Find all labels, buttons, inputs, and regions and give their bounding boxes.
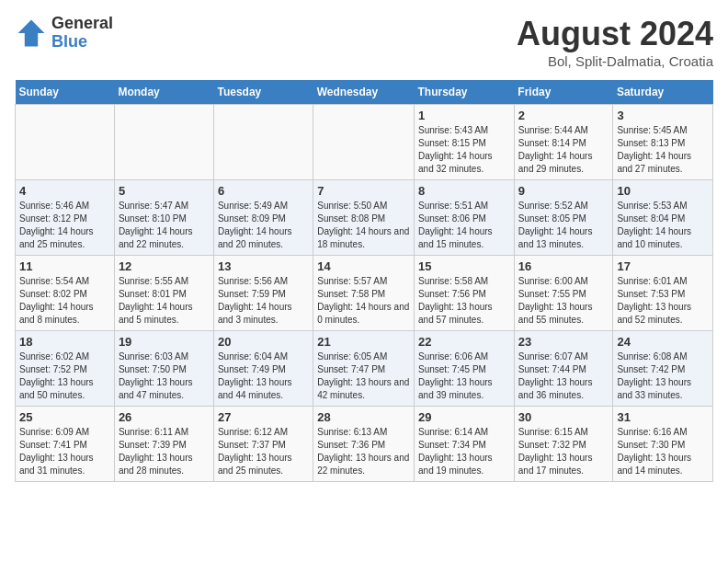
day-detail: Sunrise: 6:09 AM Sunset: 7:41 PM Dayligh… [19,426,110,477]
day-detail: Sunrise: 5:54 AM Sunset: 8:02 PM Dayligh… [19,275,110,327]
calendar-cell: 11Sunrise: 5:54 AM Sunset: 8:02 PM Dayli… [16,256,115,331]
calendar-header-row: SundayMondayTuesdayWednesdayThursdayFrid… [16,80,713,105]
calendar-week-row: 18Sunrise: 6:02 AM Sunset: 7:52 PM Dayli… [16,331,713,407]
day-number: 24 [617,335,709,349]
calendar-cell: 28Sunrise: 6:13 AM Sunset: 7:36 PM Dayli… [313,407,415,482]
day-detail: Sunrise: 5:52 AM Sunset: 8:05 PM Dayligh… [518,200,609,251]
day-number: 25 [19,410,110,424]
calendar-cell [213,105,313,180]
page-subtitle: Bol, Split-Dalmatia, Croatia [517,53,713,69]
calendar-cell [16,105,115,180]
column-header-friday: Friday [514,80,613,105]
day-number: 14 [317,259,410,273]
day-number: 5 [119,184,210,198]
svg-marker-0 [18,19,45,46]
calendar-cell: 4Sunrise: 5:46 AM Sunset: 8:12 PM Daylig… [16,180,115,256]
day-detail: Sunrise: 6:08 AM Sunset: 7:42 PM Dayligh… [617,350,709,402]
day-detail: Sunrise: 5:43 AM Sunset: 8:15 PM Dayligh… [418,124,510,176]
day-detail: Sunrise: 6:14 AM Sunset: 7:34 PM Dayligh… [418,426,510,477]
column-header-monday: Monday [114,80,213,105]
calendar-cell: 15Sunrise: 5:58 AM Sunset: 7:56 PM Dayli… [415,256,515,331]
calendar-cell: 31Sunrise: 6:16 AM Sunset: 7:30 PM Dayli… [613,407,713,482]
day-detail: Sunrise: 5:58 AM Sunset: 7:56 PM Dayligh… [418,275,510,327]
calendar-cell: 26Sunrise: 6:11 AM Sunset: 7:39 PM Dayli… [114,407,213,482]
calendar-cell: 8Sunrise: 5:51 AM Sunset: 8:06 PM Daylig… [415,180,515,256]
day-number: 15 [418,259,510,273]
calendar-week-row: 4Sunrise: 5:46 AM Sunset: 8:12 PM Daylig… [16,180,713,256]
calendar-cell: 29Sunrise: 6:14 AM Sunset: 7:34 PM Dayli… [415,407,515,482]
column-header-wednesday: Wednesday [313,80,415,105]
day-number: 4 [19,184,110,198]
day-number: 10 [617,184,709,198]
day-number: 22 [418,335,510,349]
calendar-cell: 13Sunrise: 5:56 AM Sunset: 7:59 PM Dayli… [213,256,313,331]
calendar-cell: 1Sunrise: 5:43 AM Sunset: 8:15 PM Daylig… [415,105,515,180]
day-detail: Sunrise: 6:06 AM Sunset: 7:45 PM Dayligh… [418,350,510,402]
calendar-cell [313,105,415,180]
day-number: 31 [617,410,709,424]
day-number: 28 [317,410,410,424]
calendar-cell: 27Sunrise: 6:12 AM Sunset: 7:37 PM Dayli… [213,407,313,482]
page-title: August 2024 [517,15,713,53]
day-number: 2 [518,109,609,122]
day-number: 12 [119,259,210,273]
day-detail: Sunrise: 6:12 AM Sunset: 7:37 PM Dayligh… [218,426,309,477]
day-detail: Sunrise: 6:02 AM Sunset: 7:52 PM Dayligh… [19,350,110,402]
calendar-cell: 24Sunrise: 6:08 AM Sunset: 7:42 PM Dayli… [613,331,713,407]
calendar-cell: 21Sunrise: 6:05 AM Sunset: 7:47 PM Dayli… [313,331,415,407]
day-detail: Sunrise: 5:53 AM Sunset: 8:04 PM Dayligh… [617,200,709,251]
day-detail: Sunrise: 6:15 AM Sunset: 7:32 PM Dayligh… [518,426,609,477]
page-header: General Blue August 2024 Bol, Split-Dalm… [15,15,713,69]
calendar-cell: 17Sunrise: 6:01 AM Sunset: 7:53 PM Dayli… [613,256,713,331]
day-number: 3 [617,109,709,122]
day-number: 18 [19,335,110,349]
day-number: 23 [518,335,609,349]
day-number: 9 [518,184,609,198]
day-number: 20 [218,335,309,349]
day-detail: Sunrise: 5:50 AM Sunset: 8:08 PM Dayligh… [317,200,410,251]
title-block: August 2024 Bol, Split-Dalmatia, Croatia [517,15,713,69]
day-detail: Sunrise: 6:05 AM Sunset: 7:47 PM Dayligh… [317,350,410,402]
day-detail: Sunrise: 6:04 AM Sunset: 7:49 PM Dayligh… [218,350,309,402]
calendar-cell: 18Sunrise: 6:02 AM Sunset: 7:52 PM Dayli… [16,331,115,407]
calendar-cell: 3Sunrise: 5:45 AM Sunset: 8:13 PM Daylig… [613,105,713,180]
day-detail: Sunrise: 6:07 AM Sunset: 7:44 PM Dayligh… [518,350,609,402]
day-number: 7 [317,184,410,198]
calendar-week-row: 25Sunrise: 6:09 AM Sunset: 7:41 PM Dayli… [16,407,713,482]
calendar-cell: 14Sunrise: 5:57 AM Sunset: 7:58 PM Dayli… [313,256,415,331]
logo: General Blue [15,15,113,52]
calendar-cell: 20Sunrise: 6:04 AM Sunset: 7:49 PM Dayli… [213,331,313,407]
day-number: 21 [317,335,410,349]
calendar-week-row: 1Sunrise: 5:43 AM Sunset: 8:15 PM Daylig… [16,105,713,180]
day-number: 1 [418,109,510,122]
column-header-thursday: Thursday [415,80,515,105]
calendar-cell: 9Sunrise: 5:52 AM Sunset: 8:05 PM Daylig… [514,180,613,256]
calendar-cell: 16Sunrise: 6:00 AM Sunset: 7:55 PM Dayli… [514,256,613,331]
day-number: 16 [518,259,609,273]
calendar-cell: 25Sunrise: 6:09 AM Sunset: 7:41 PM Dayli… [16,407,115,482]
day-number: 6 [218,184,309,198]
day-detail: Sunrise: 5:57 AM Sunset: 7:58 PM Dayligh… [317,275,410,327]
day-number: 27 [218,410,309,424]
day-detail: Sunrise: 5:47 AM Sunset: 8:10 PM Dayligh… [119,200,210,251]
calendar-cell: 19Sunrise: 6:03 AM Sunset: 7:50 PM Dayli… [114,331,213,407]
calendar-cell: 10Sunrise: 5:53 AM Sunset: 8:04 PM Dayli… [613,180,713,256]
calendar-cell: 6Sunrise: 5:49 AM Sunset: 8:09 PM Daylig… [213,180,313,256]
day-detail: Sunrise: 6:01 AM Sunset: 7:53 PM Dayligh… [617,275,709,327]
day-number: 29 [418,410,510,424]
calendar-cell: 22Sunrise: 6:06 AM Sunset: 7:45 PM Dayli… [415,331,515,407]
column-header-tuesday: Tuesday [213,80,313,105]
calendar-cell: 7Sunrise: 5:50 AM Sunset: 8:08 PM Daylig… [313,180,415,256]
day-number: 30 [518,410,609,424]
day-detail: Sunrise: 6:03 AM Sunset: 7:50 PM Dayligh… [119,350,210,402]
day-detail: Sunrise: 5:46 AM Sunset: 8:12 PM Dayligh… [19,200,110,251]
calendar-cell [114,105,213,180]
day-number: 8 [418,184,510,198]
logo-general-text: General [51,15,113,33]
day-detail: Sunrise: 6:16 AM Sunset: 7:30 PM Dayligh… [617,426,709,477]
calendar-cell: 12Sunrise: 5:55 AM Sunset: 8:01 PM Dayli… [114,256,213,331]
calendar-week-row: 11Sunrise: 5:54 AM Sunset: 8:02 PM Dayli… [16,256,713,331]
calendar-cell: 30Sunrise: 6:15 AM Sunset: 7:32 PM Dayli… [514,407,613,482]
day-detail: Sunrise: 6:00 AM Sunset: 7:55 PM Dayligh… [518,275,609,327]
day-detail: Sunrise: 5:56 AM Sunset: 7:59 PM Dayligh… [218,275,309,327]
